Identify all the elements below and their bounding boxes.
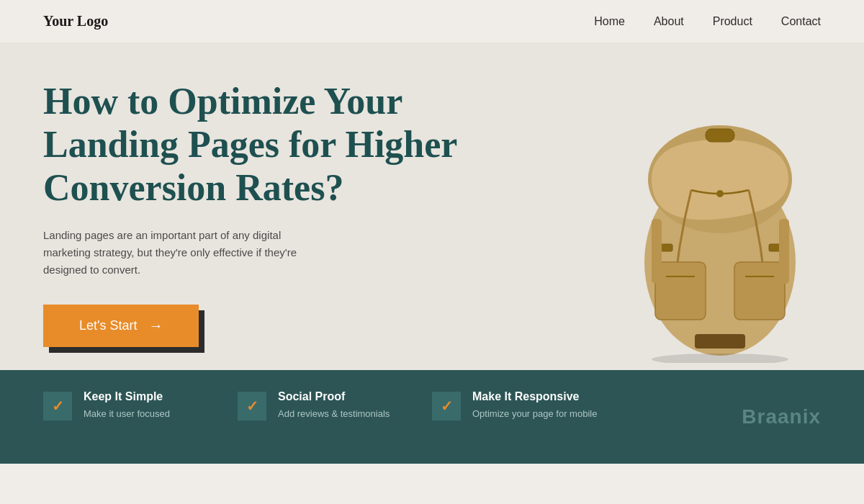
feature-desc-2: Add reviews & testimonials [278,408,390,420]
svg-rect-9 [661,244,672,251]
nav-home[interactable]: Home [594,15,625,28]
bottom-bar: ✓ Keep It Simple Make it user focused ✓ … [0,370,864,464]
svg-point-3 [716,190,724,197]
check-box-3: ✓ [432,392,461,420]
check-box-2: ✓ [238,392,266,420]
feature-text-2: Social Proof Add reviews & testimonials [278,390,390,420]
check-icon-1: ✓ [52,397,64,415]
hero-image [612,53,828,363]
feature-responsive: ✓ Make It Responsive Optimize your page … [432,390,626,420]
feature-title-3: Make It Responsive [472,390,597,403]
nav-contact[interactable]: Contact [781,15,821,28]
backpack-svg [612,53,828,363]
nav-product[interactable]: Product [713,15,752,28]
hero-content: How to Optimize Your Landing Pages for H… [43,80,461,346]
header: Your Logo Home About Product Contact [0,0,864,42]
nav-about[interactable]: About [654,15,684,28]
feature-social-proof: ✓ Social Proof Add reviews & testimonial… [238,390,432,420]
check-box-1: ✓ [43,392,72,420]
hero-section: How to Optimize Your Landing Pages for H… [0,42,864,370]
brand-name: Braanix [742,405,821,428]
feature-title-2: Social Proof [278,390,390,403]
svg-rect-4 [655,262,706,320]
branding-area: Braanix [626,405,821,428]
svg-rect-5 [734,262,785,320]
navigation: Home About Product Contact [594,15,821,28]
svg-rect-11 [652,219,662,284]
feature-text-3: Make It Responsive Optimize your page fo… [472,390,597,420]
cta-wrapper: Let's Start → [43,305,199,347]
svg-point-13 [652,354,788,363]
check-icon-2: ✓ [246,397,258,415]
feature-keep-simple: ✓ Keep It Simple Make it user focused [43,390,238,420]
cta-button[interactable]: Let's Start → [43,305,199,347]
feature-desc-3: Optimize your page for mobile [472,408,597,420]
feature-text-1: Keep It Simple Make it user focused [84,390,170,420]
feature-desc-1: Make it user focused [84,408,170,420]
check-icon-3: ✓ [441,397,453,415]
svg-rect-12 [779,219,789,284]
svg-rect-2 [706,129,734,142]
cta-label: Let's Start [79,318,137,333]
logo: Your Logo [43,13,108,30]
hero-subtitle: Landing pages are an important part of a… [43,227,331,279]
hero-title: How to Optimize Your Landing Pages for H… [43,80,461,209]
svg-rect-8 [695,334,745,348]
arrow-icon: → [148,318,163,334]
svg-rect-10 [769,244,780,251]
feature-title-1: Keep It Simple [84,390,170,403]
